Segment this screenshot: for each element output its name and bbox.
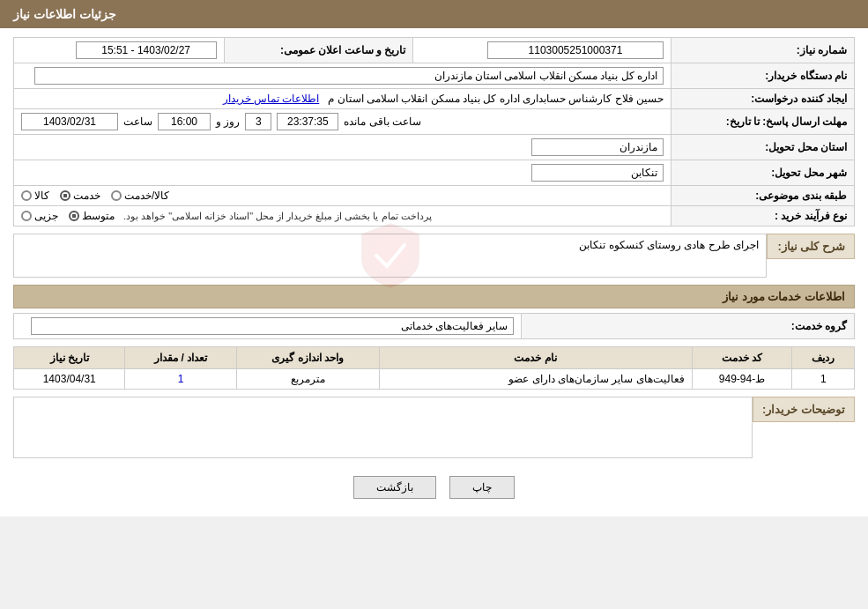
towzih-textarea[interactable] xyxy=(13,397,753,458)
services-table: ردیف کد خدمت نام خدمت واحد اندازه گیری ت… xyxy=(13,346,855,390)
tabaqe-value: کالا خدمت کالا/خدمت xyxy=(14,186,671,206)
ostan-label: استان محل تحویل: xyxy=(671,135,854,160)
radio-khedmat-circle xyxy=(60,190,70,201)
shomara-box: 1103005251000371 xyxy=(487,41,664,59)
row-darestgah: نام دستگاه خریدار: اداره کل بنیاد مسکن ا… xyxy=(14,63,855,89)
col-name: نام خدمت xyxy=(379,347,692,369)
table-row: 1ط-94-949فعالیت‌های سایر سازمان‌های دارا… xyxy=(14,369,855,390)
shield-watermark xyxy=(355,220,426,291)
shomara-value: 1103005251000371 xyxy=(413,38,671,63)
cell-name: فعالیت‌های سایر سازمان‌های دارای عضو xyxy=(379,369,692,390)
row-noefar: نوع فرآیند خرید : جزیی متوسط xyxy=(14,206,855,227)
shomara-label: شماره نیاز: xyxy=(671,38,854,63)
ijad-label: ایجاد کننده درخواست: xyxy=(671,89,854,109)
cell-tarikh: 1403/04/31 xyxy=(14,369,125,390)
page-title: جزئیات اطلاعات نیاز xyxy=(0,0,868,28)
radio-khedmat[interactable]: خدمت xyxy=(60,189,100,202)
cell-tedad: 1 xyxy=(125,369,236,390)
rooz-label: روز و xyxy=(216,115,240,128)
darestgah-label: نام دستگاه خریدار: xyxy=(671,63,854,89)
row-mohlat: مهلت ارسال پاسخ: تا تاریخ: 1403/02/31 سا… xyxy=(14,109,855,135)
mohlat-value: 1403/02/31 ساعت 16:00 روز و 3 23:37:35 xyxy=(14,109,671,135)
radio-kala-circle xyxy=(21,190,32,201)
shahr-value: تنکابن xyxy=(14,160,671,186)
ostan-value: مازندران xyxy=(14,135,671,160)
services-header-row: ردیف کد خدمت نام خدمت واحد اندازه گیری ت… xyxy=(14,347,855,369)
mohlat-date-box: 1403/02/31 xyxy=(21,113,118,130)
tabaqe-label: طبقه بندی موضوعی: xyxy=(671,186,854,206)
sharh-section: شرح کلی نیاز: اجرای طرح هادی روستای کنسک… xyxy=(13,234,855,278)
gorohe-value: سایر فعالیت‌های خدماتی xyxy=(14,314,522,339)
radio-motovaset-circle xyxy=(69,211,79,221)
col-kod: کد خدمت xyxy=(692,347,792,369)
print-button[interactable]: چاپ xyxy=(449,476,515,499)
radio-jozi-circle xyxy=(21,211,32,221)
row-ijad: ایجاد کننده درخواست: حسین فلاح کارشناس ح… xyxy=(14,89,855,109)
row-ostan: استان محل تحویل: مازندران xyxy=(14,135,855,160)
darestgah-value: اداره کل بنیاد مسکن انقلاب اسلامی استان … xyxy=(14,63,671,89)
gorohe-box: سایر فعالیت‌های خدماتی xyxy=(31,317,514,335)
radio-jozi[interactable]: جزیی xyxy=(21,210,58,222)
info-table: شماره نیاز: 1103005251000371 تاریخ و ساع… xyxy=(13,37,855,227)
cell-radif: 1 xyxy=(792,369,855,390)
noefar-value: جزیی متوسط پرداخت تمام یا بخشی از مبلغ خ… xyxy=(14,206,671,227)
cell-kod: ط-94-949 xyxy=(692,369,792,390)
row-shomara: شماره نیاز: 1103005251000371 تاریخ و ساع… xyxy=(14,38,855,63)
khadamat-header: اطلاعات خدمات مورد نیاز xyxy=(13,285,855,308)
back-button[interactable]: بازگشت xyxy=(353,476,436,499)
mohlat-label: مهلت ارسال پاسخ: تا تاریخ: xyxy=(671,109,854,135)
shahr-label: شهر محل تحویل: xyxy=(671,160,854,186)
noefar-label: نوع فرآیند خرید : xyxy=(671,206,854,227)
button-row: چاپ بازگشت xyxy=(13,467,855,508)
rooz-box: 3 xyxy=(245,113,271,130)
tabaqe-radio-group: کالا خدمت کالا/خدمت xyxy=(21,189,664,202)
radio-kala[interactable]: کالا xyxy=(21,189,49,202)
saat-box: 16:00 xyxy=(158,113,211,130)
row-gorohe: گروه خدمت: سایر فعالیت‌های خدماتی xyxy=(14,314,855,339)
towzih-label: توضیحات خریدار: xyxy=(753,397,855,422)
taarikh-box: 1403/02/27 - 15:51 xyxy=(76,41,217,59)
col-radif: ردیف xyxy=(792,347,855,369)
noefar-radio-group: جزیی متوسط xyxy=(21,210,115,222)
radio-kala-khedmat-circle xyxy=(111,190,122,201)
col-tedad: تعداد / مقدار xyxy=(125,347,236,369)
sharh-label: شرح کلی نیاز: xyxy=(767,234,855,259)
col-tarikh: تاریخ نیاز xyxy=(14,347,125,369)
ostan-box: مازندران xyxy=(531,138,664,156)
towzih-section: توضیحات خریدار: xyxy=(13,397,855,458)
col-vahed: واحد اندازه گیری xyxy=(236,347,379,369)
ijad-link[interactable]: اطلاعات تماس خریدار xyxy=(223,93,320,105)
ijad-value: حسین فلاح کارشناس حسابداری اداره کل بنیا… xyxy=(14,89,671,109)
noefar-note: پرداخت تمام یا بخشی از مبلغ خریدار از مح… xyxy=(123,211,432,222)
gorohe-label: گروه خدمت: xyxy=(522,314,855,339)
baqi-label: ساعت باقی مانده xyxy=(344,115,421,128)
cell-vahed: مترمربع xyxy=(236,369,379,390)
row-tabaqe: طبقه بندی موضوعی: کالا خدمت کالا/خدمت xyxy=(14,186,855,206)
main-content: شماره نیاز: 1103005251000371 تاریخ و ساع… xyxy=(0,28,868,516)
gorohe-table: گروه خدمت: سایر فعالیت‌های خدماتی xyxy=(13,313,855,339)
taarikh-value: 1403/02/27 - 15:51 xyxy=(14,38,225,63)
page-wrapper: جزئیات اطلاعات نیاز شماره نیاز: 11030052… xyxy=(0,0,868,516)
row-shahr: شهر محل تحویل: تنکابن xyxy=(14,160,855,186)
baqi-box: 23:37:35 xyxy=(277,113,338,130)
saat-label: ساعت xyxy=(123,115,152,128)
radio-motovaset[interactable]: متوسط xyxy=(69,210,115,222)
shahr-box: تنکابن xyxy=(531,164,664,182)
darestgah-box: اداره کل بنیاد مسکن انقلاب اسلامی استان … xyxy=(34,67,664,85)
sharh-value: اجرای طرح هادی روستای کنسکوه تنکابن xyxy=(579,239,759,251)
taarikh-label: تاریخ و ساعت اعلان عمومی: xyxy=(224,38,413,63)
radio-kala-khedmat[interactable]: کالا/خدمت xyxy=(111,189,169,202)
